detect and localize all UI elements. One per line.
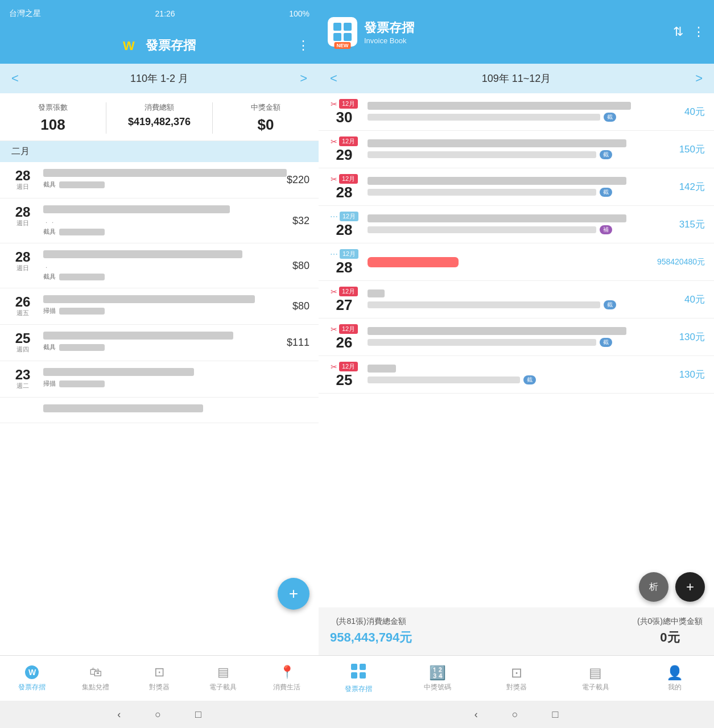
item-bottom-bar — [368, 151, 596, 158]
recent-button[interactable]: □ — [195, 709, 201, 721]
right-bottom-nav: 發票存摺 🔢 中獎號碼 ⊡ 對獎器 ▤ 電子載具 👤 我的 — [319, 655, 714, 701]
svg-rect-10 — [360, 672, 366, 679]
summary-prize-label: (共0張)總中獎金額 — [637, 617, 703, 627]
item-bar — [43, 368, 194, 376]
right-nav-item-carrier[interactable]: ▤ 電子載具 — [556, 665, 635, 692]
left-nav-item-carrier[interactable]: ▤ 電子載具 — [191, 664, 255, 692]
right-list-item[interactable]: ✂ 12月 28 截 142元 — [319, 168, 714, 206]
back-button[interactable]: ‹ — [117, 709, 121, 721]
left-nav-label-checker: 對獎器 — [149, 682, 170, 692]
item-bottom-bar — [368, 301, 600, 308]
right-list-item[interactable]: ✂ 12月 29 截 150元 — [319, 131, 714, 168]
right-back-button[interactable]: ‹ — [474, 709, 478, 721]
item-content — [43, 404, 309, 416]
right-header-actions: ⇅ ⋮ — [673, 24, 705, 39]
right-nav-label-checker: 對獎器 — [506, 682, 527, 692]
item-date: 28 週日 — [9, 169, 36, 191]
add-fab-button[interactable]: + — [675, 572, 705, 602]
left-list-item[interactable]: 23 週二 掃描 — [0, 361, 319, 398]
item-tag-row: 掃描 — [43, 307, 292, 315]
right-app-subtitle: Invoice Book — [364, 36, 414, 45]
right-nav: < 109年 11~12月 > — [319, 64, 714, 93]
right-nav-item-checker[interactable]: ⊡ 對獎器 — [477, 665, 556, 692]
left-nav-label-carrier: 電子載具 — [209, 682, 237, 692]
left-header-title: W 發票存摺 — [123, 37, 196, 54]
right-list-item[interactable]: ✂ 12月 25 截 130元 — [319, 356, 714, 394]
month-badge: 12月 — [340, 249, 358, 259]
right-home-button[interactable]: ○ — [512, 709, 518, 721]
date-badge: ⋯ 12月 28 — [328, 212, 361, 237]
item-amount: 315元 — [679, 218, 705, 231]
right-list-item[interactable]: ✂ 12月 30 截 40元 — [319, 93, 714, 131]
item-content: 截具 — [43, 169, 287, 189]
right-app-icon: NEW — [328, 17, 357, 47]
right-next-button[interactable]: > — [695, 71, 703, 86]
month-badge: 12月 — [339, 324, 358, 334]
left-list-item[interactable]: 26 週五 掃描 $80 — [0, 288, 319, 325]
left-more-button[interactable]: ⋮ — [297, 38, 309, 53]
item-content: 截 — [368, 365, 672, 384]
right-list-item-highlighted[interactable]: ⋯ 12月 28 958420480元 — [319, 243, 714, 281]
left-next-button[interactable]: > — [300, 71, 307, 86]
scissors-icon: ✂ — [331, 362, 337, 371]
left-nav-item-checker[interactable]: ⊡ 對獎器 — [127, 664, 191, 692]
summary-prize: (共0張)總中獎金額 0元 — [637, 617, 703, 646]
item-bar — [43, 169, 287, 177]
new-badge: NEW — [335, 42, 351, 49]
item-bar — [368, 327, 626, 335]
item-bottom-bar — [368, 226, 596, 233]
right-list-item[interactable]: ✂ 12月 27 截 40元 — [319, 281, 714, 318]
right-nav-label-carrier: 電子載具 — [582, 682, 609, 692]
right-nav-item-invoices[interactable]: 發票存摺 — [319, 663, 398, 694]
svg-text:W: W — [123, 39, 135, 52]
right-nav-item-profile[interactable]: 👤 我的 — [635, 665, 714, 692]
item-amount: $80 — [292, 300, 309, 312]
item-bottom-row: 截 — [368, 338, 672, 347]
carrier-badge: 截 — [600, 338, 612, 347]
left-list-item[interactable] — [0, 398, 319, 423]
left-list-item[interactable]: 28 週日 截具 $220 — [0, 162, 319, 198]
item-amount: 142元 — [679, 180, 705, 193]
battery-text: 100% — [289, 9, 309, 18]
right-list-item[interactable]: ✂ 12月 26 截 130元 — [319, 318, 714, 356]
right-prev-button[interactable]: < — [330, 71, 337, 86]
right-nav-label-invoices: 發票存摺 — [345, 684, 372, 694]
left-invoice-list[interactable]: 28 週日 截具 $220 28 週日 ．． 截具 — [0, 162, 319, 655]
home-button[interactable]: ○ — [155, 709, 161, 721]
analyze-fab-button[interactable]: 析 — [639, 572, 668, 602]
left-nav-item-life[interactable]: 📍 消費生活 — [255, 664, 319, 692]
left-list-item[interactable]: 28 週日 ．． 截具 $32 — [0, 198, 319, 243]
svg-rect-9 — [351, 672, 357, 679]
right-carrier-icon: ▤ — [589, 665, 602, 681]
left-nav-item-rewards[interactable]: 🛍 集點兌禮 — [64, 664, 127, 692]
item-amount: 40元 — [684, 293, 705, 306]
right-more-button[interactable]: ⋮ — [692, 24, 705, 39]
right-nav-label-prize-numbers: 中獎號碼 — [424, 682, 451, 692]
left-nav-label-rewards: 集點兌禮 — [82, 682, 109, 692]
item-bottom-bar — [368, 339, 596, 346]
fab-add-button[interactable]: + — [278, 578, 309, 610]
day-number: 29 — [336, 147, 353, 162]
item-weekday: 週日 — [9, 219, 36, 228]
right-nav-item-prize-numbers[interactable]: 🔢 中獎號碼 — [398, 665, 477, 692]
left-prev-button[interactable]: < — [11, 71, 19, 86]
left-list-item[interactable]: 25 週四 截具 $111 — [0, 325, 319, 361]
left-nav-item-invoices[interactable]: W 發票存摺 — [0, 664, 64, 692]
item-weekday: 週五 — [9, 309, 36, 317]
analyze-icon: 析 — [649, 581, 658, 593]
right-list-item[interactable]: ⋯ 12月 28 補 315元 — [319, 206, 714, 243]
right-invoice-list[interactable]: ✂ 12月 30 截 40元 ✂ 12月 29 — [319, 93, 714, 607]
left-android-nav: ‹ ○ □ — [0, 701, 319, 728]
item-tag: 掃描 — [43, 379, 56, 388]
item-bottom-bar — [368, 114, 600, 121]
invoice-book-icon — [332, 22, 353, 42]
right-recent-button[interactable]: □ — [552, 709, 559, 721]
stat-count: 發票張數 108 — [0, 102, 106, 134]
date-badge: ✂ 12月 29 — [328, 136, 361, 162]
left-list-item[interactable]: 28 週日 ． 截具 $80 — [0, 243, 319, 288]
left-status-bar: 台灣之星 21:26 100% — [0, 0, 319, 27]
svg-rect-5 — [333, 33, 341, 41]
filter-button[interactable]: ⇅ — [673, 24, 683, 39]
item-bottom-row: 截 — [368, 113, 678, 122]
item-content: 截 — [368, 327, 672, 347]
